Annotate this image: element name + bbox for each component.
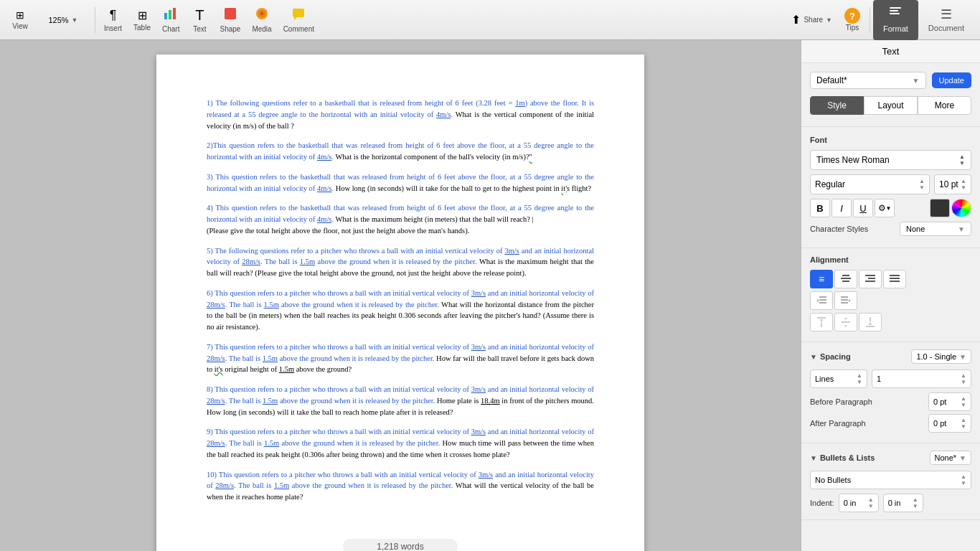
- before-paragraph-stepper[interactable]: ▲▼: [961, 395, 966, 408]
- svg-marker-30: [820, 319, 823, 323]
- bullets-header: ▼ Bullets & Lists None* ▼: [810, 451, 971, 465]
- table-label: Table: [133, 24, 151, 32]
- shape-button[interactable]: Shape: [214, 0, 246, 39]
- media-label: Media: [252, 25, 271, 33]
- bullets-value-dropdown[interactable]: None* ▼: [930, 451, 971, 465]
- paragraph-4: 4) This question refers to the basketbal…: [207, 202, 594, 236]
- no-bullets-dropdown[interactable]: No Bullets ▲▼: [810, 471, 971, 489]
- font-name-stepper[interactable]: ▲▼: [959, 154, 965, 166]
- bold-button[interactable]: B: [810, 199, 830, 217]
- text-button[interactable]: T Text: [185, 0, 214, 39]
- tab-layout[interactable]: Layout: [864, 96, 918, 115]
- svg-rect-11: [890, 13, 900, 14]
- spacing-value-dropdown[interactable]: 1.0 - Single ▼: [911, 349, 971, 364]
- font-style-stepper[interactable]: ▲▼: [919, 178, 925, 191]
- share-button[interactable]: ⬆ Share ▼: [786, 0, 838, 39]
- alignment-section: Alignment ≡: [801, 248, 980, 342]
- align-bottom-button[interactable]: [859, 313, 882, 331]
- tips-button[interactable]: ? Tips: [838, 0, 867, 39]
- bullets-label: Bullets & Lists: [820, 453, 875, 462]
- document-area[interactable]: 1) The following questions refer to a ba…: [0, 40, 801, 551]
- text-options-button[interactable]: ⚙ ▼: [875, 199, 895, 217]
- indent-input-1[interactable]: 0 in ▲▼: [839, 494, 879, 512]
- indent-stepper-2[interactable]: ▲▼: [913, 496, 918, 509]
- format-tab[interactable]: Format: [873, 0, 918, 40]
- svg-rect-3: [225, 8, 236, 19]
- align-left-button[interactable]: ≡: [810, 270, 833, 288]
- svg-rect-15: [865, 275, 875, 276]
- alignment-row-3: [810, 313, 971, 331]
- chart-icon: [164, 7, 178, 24]
- bullets-value: None*: [935, 453, 957, 462]
- document-tab[interactable]: ☰ Document: [918, 0, 974, 40]
- spacing-header: ▼ Spacing 1.0 - Single ▼: [810, 349, 971, 364]
- font-name-row[interactable]: Times New Roman ▲▼: [810, 150, 971, 170]
- tab-more[interactable]: More: [918, 96, 971, 115]
- align-top-button[interactable]: [810, 313, 833, 331]
- spacing-chevron: ▼: [959, 353, 966, 361]
- svg-rect-32: [842, 321, 850, 323]
- document-page: 1) The following questions refer to a ba…: [156, 55, 644, 551]
- svg-marker-28: [849, 299, 851, 302]
- style-update-row: Default* ▼ Update: [810, 72, 971, 89]
- text-label: Text: [193, 25, 206, 33]
- comment-icon: [291, 7, 306, 24]
- indent-increase-button[interactable]: [834, 291, 857, 310]
- align-justify-button[interactable]: [883, 270, 906, 288]
- font-size-stepper[interactable]: ▲▼: [961, 178, 966, 191]
- align-right-button[interactable]: [859, 270, 882, 288]
- style-dropdown[interactable]: Default* ▼: [810, 72, 926, 89]
- align-center-button[interactable]: [834, 270, 857, 288]
- indent-decrease-button[interactable]: [810, 291, 833, 310]
- after-paragraph-stepper[interactable]: ▲▼: [961, 417, 966, 430]
- font-size-input[interactable]: 10 pt ▲▼: [934, 174, 971, 194]
- paragraph-9-text: 9) This question refers to a pitcher who…: [207, 428, 594, 447]
- spacing-lines-stepper[interactable]: ▲▼: [961, 372, 966, 385]
- spacing-type-select[interactable]: Lines ▲▼: [810, 369, 867, 388]
- character-styles-dropdown[interactable]: None ▼: [900, 222, 971, 236]
- no-bullets-stepper[interactable]: ▲▼: [961, 474, 966, 486]
- underline-button[interactable]: U: [853, 199, 873, 217]
- comment-button[interactable]: Comment: [278, 0, 320, 39]
- indent-input-2[interactable]: 0 in ▲▼: [883, 494, 923, 512]
- zoom-chevron: ▼: [72, 17, 78, 24]
- bullets-chevron: ▼: [959, 454, 966, 462]
- svg-marker-34: [844, 325, 847, 327]
- style-tabs: Style Layout More: [810, 96, 971, 115]
- bullets-collapse-icon[interactable]: ▼: [810, 454, 817, 462]
- paragraph-7: 7) This question refers to a pitcher who…: [207, 342, 594, 375]
- spacing-type-stepper[interactable]: ▲▼: [857, 372, 862, 385]
- before-paragraph-value: 0 pt: [933, 397, 946, 406]
- font-style-select[interactable]: Regular ▲▼: [810, 174, 930, 194]
- svg-rect-1: [169, 10, 171, 19]
- tab-style[interactable]: Style: [810, 96, 864, 115]
- character-styles-row: Character Styles None ▼: [810, 222, 971, 236]
- paragraph-6: 6) This question refers to a pitcher who…: [207, 288, 594, 333]
- after-paragraph-input[interactable]: 0 pt ▲▼: [928, 414, 971, 433]
- media-button[interactable]: Media: [246, 0, 277, 39]
- chart-button[interactable]: Chart: [156, 0, 185, 39]
- zoom-control[interactable]: 125% ▼ Zoom: [34, 0, 92, 39]
- update-button[interactable]: Update: [932, 72, 971, 88]
- indent-stepper-1[interactable]: ▲▼: [868, 496, 874, 509]
- indent-row: Indent: 0 in ▲▼ 0 in ▲▼: [810, 494, 971, 512]
- spacing-lines-input[interactable]: 1 ▲▼: [872, 369, 971, 388]
- alignment-row-1: ≡: [810, 270, 971, 288]
- text-color-button[interactable]: [930, 199, 950, 217]
- svg-marker-36: [869, 321, 872, 325]
- style-value: Default*: [816, 75, 847, 85]
- view-button[interactable]: ⊞ View: [6, 0, 34, 39]
- document-label: Document: [928, 24, 964, 32]
- table-button[interactable]: ⊞ Table: [128, 0, 156, 39]
- align-middle-button[interactable]: [834, 313, 857, 331]
- spacing-collapse-icon[interactable]: ▼: [810, 353, 817, 361]
- color-picker-button[interactable]: [951, 199, 971, 217]
- svg-rect-26: [841, 299, 848, 301]
- svg-rect-29: [817, 317, 826, 319]
- italic-button[interactable]: I: [831, 199, 852, 217]
- insert-button[interactable]: ¶ Insert: [98, 0, 128, 39]
- spacing-label: Spacing: [820, 352, 851, 361]
- before-paragraph-input[interactable]: 0 pt ▲▼: [928, 392, 971, 411]
- divider-1: [95, 7, 95, 33]
- paragraph-5: 5) The following questions refer to a pi…: [207, 245, 594, 279]
